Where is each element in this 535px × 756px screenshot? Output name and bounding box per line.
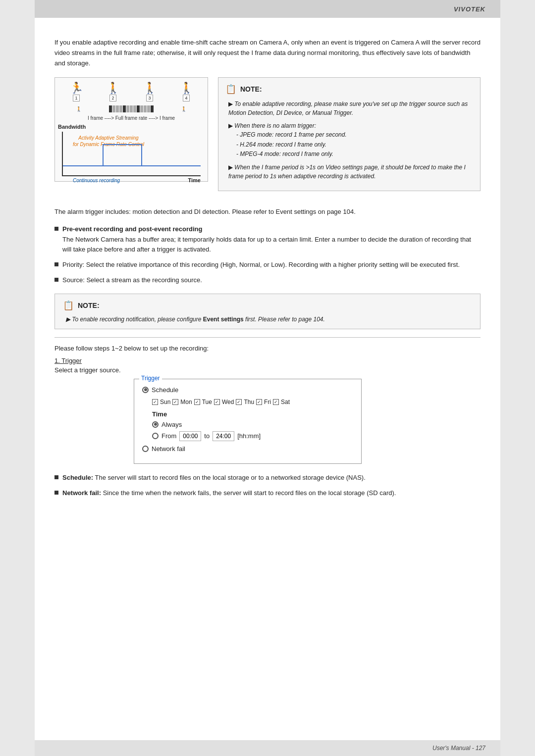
bullet-sq-0 (54, 227, 58, 231)
divider-1 (54, 337, 481, 338)
bullet-sq-2 (54, 278, 58, 282)
figure-icon-4: 🚶 (180, 83, 193, 94)
bullet-item-1: Priority: Select the relative importance… (54, 260, 481, 270)
always-radio[interactable] (152, 421, 159, 428)
trigger-box: Trigger Schedule Sun Mon Tue Wed (134, 379, 362, 464)
bullet-content-1: Priority: Select the relative importance… (62, 260, 481, 270)
bottom-bullet-content-0: Schedule: The server will start to recor… (62, 473, 481, 483)
note-sub: - JPEG mode: record 1 frame per second. … (236, 130, 473, 159)
bottom-bullet-sq-0 (54, 475, 58, 479)
bottom-bullet-sq-1 (54, 491, 58, 495)
bottom-bullet-0: Schedule: The server will start to recor… (54, 473, 481, 483)
bottom-bullet-1: Network fail: Since the time when the ne… (54, 488, 481, 499)
bullet-content-2: Source: Select a stream as the recording… (62, 275, 481, 286)
small-figure: 🚶 (76, 106, 82, 112)
schedule-radio[interactable] (142, 387, 149, 393)
day-thu: Thu (244, 399, 254, 405)
frames-label: I frame ----> Full frame rate ----> I fr… (58, 115, 205, 121)
small-figure-2: 🚶 (181, 106, 187, 112)
bottom-bullet-content-1: Network fail: Since the time when the ne… (62, 488, 481, 499)
chk-thu[interactable] (236, 399, 242, 405)
note-column: 📋 NOTE: To enable adaptive recording, pl… (218, 77, 481, 198)
figure-4: 🚶 4 (180, 83, 193, 101)
from-radio[interactable] (152, 433, 159, 439)
chk-mon[interactable] (172, 399, 178, 405)
bullet-sq-1 (54, 262, 58, 266)
step1-heading: 1. Trigger Select a trigger source. (54, 357, 481, 374)
note-box-1: 📋 NOTE: To enable adaptive recording, pl… (218, 77, 481, 191)
from-input[interactable] (179, 431, 201, 441)
schedule-radio-row[interactable]: Schedule (142, 386, 353, 394)
chk-sat[interactable] (273, 399, 279, 405)
always-label: Always (161, 421, 182, 428)
two-col-section: 🏃 1 🚶 2 🚶 3 🚶 4 (54, 77, 481, 198)
bullet-section: Pre-event recording and post-event recor… (54, 224, 481, 286)
note-box-2: 📋 NOTE: ▶ To enable recording notificati… (54, 294, 481, 329)
schedule-label: Schedule (152, 386, 178, 394)
bottom-bullets: Schedule: The server will start to recor… (54, 473, 481, 499)
note2-item: ▶ To enable recording notification, plea… (63, 316, 472, 323)
day-mon: Mon (180, 399, 192, 405)
chk-fri[interactable] (256, 399, 262, 405)
network-fail-label: Network fail (152, 445, 185, 453)
brand-label: VIVOTEK (454, 5, 485, 13)
time-label: Time (188, 177, 201, 183)
footer-bar: User's Manual - 127 (35, 740, 500, 756)
intro-paragraph: If you enable adaptive recording and ena… (54, 38, 481, 68)
note-item-2: When there is no alarm trigger: - JPEG m… (225, 121, 473, 159)
day-wed: Wed (222, 399, 234, 405)
day-sat: Sat (281, 399, 290, 405)
figure-icon-2: 🚶 (107, 83, 120, 94)
figure-icon-3: 🚶 (143, 83, 157, 94)
step1-text: Select a trigger source. (54, 366, 481, 374)
steps-intro: Please follow steps 1~2 below to set up … (54, 345, 481, 352)
days-row: Sun Mon Tue Wed Thu Fri Sat (152, 399, 353, 405)
from-label: From (161, 432, 176, 440)
note-title-1: 📋 NOTE: (225, 84, 473, 95)
alarm-text: The alarm trigger includes: motion detec… (54, 207, 481, 217)
continuous-label: Continuous recording (73, 178, 120, 183)
note-title-2: 📋 NOTE: (63, 300, 472, 311)
note-item-3: When the I frame period is >1s on Video … (225, 163, 473, 181)
footer-text: User's Manual - 127 (432, 745, 485, 752)
chart-area: Activity Adaptive Streamingfor Dynamic F… (62, 132, 201, 176)
day-sun: Sun (160, 399, 170, 405)
to-input[interactable] (213, 431, 234, 441)
step1-title: 1. Trigger (54, 357, 481, 364)
day-tue: Tue (202, 399, 212, 405)
chart-pulse (103, 144, 142, 166)
bullet-content-0: Pre-event recording and post-event recor… (62, 224, 481, 255)
diagram-box: 🏃 1 🚶 2 🚶 3 🚶 4 (54, 77, 208, 182)
chk-sun[interactable] (152, 399, 158, 405)
note-icon-1: 📋 (225, 84, 236, 95)
network-fail-row[interactable]: Network fail (142, 445, 353, 453)
diagram-column: 🏃 1 🚶 2 🚶 3 🚶 4 (54, 77, 208, 198)
bandwidth-label: Bandwidth (58, 124, 205, 130)
chk-tue[interactable] (194, 399, 200, 405)
note-item-1: To enable adaptive recording, please mak… (225, 100, 473, 117)
figure-icon-1: 🏃 (70, 83, 83, 94)
time-label: Time (152, 410, 353, 418)
chk-wed[interactable] (214, 399, 220, 405)
trigger-container: Trigger Schedule Sun Mon Tue Wed (134, 379, 362, 464)
always-row[interactable]: Always (152, 421, 353, 428)
trigger-box-title: Trigger (139, 375, 162, 382)
hhmm-label: [hh:mm] (237, 432, 261, 440)
figures-row: 🏃 1 🚶 2 🚶 3 🚶 4 (58, 81, 205, 102)
figure-3: 🚶 3 (143, 83, 157, 101)
figure-1: 🏃 1 (70, 83, 83, 101)
to-label: to (204, 432, 210, 440)
figure-2: 🚶 2 (107, 83, 120, 101)
network-fail-radio[interactable] (142, 446, 149, 452)
bullet-item-0: Pre-event recording and post-event recor… (54, 224, 481, 255)
note-icon-2: 📋 (63, 300, 74, 311)
header-bar: VIVOTEK (35, 0, 500, 18)
from-to-row[interactable]: From to [hh:mm] (152, 431, 353, 441)
time-section: Time Always From to [hh:mm] (152, 410, 353, 441)
day-fri: Fri (264, 399, 271, 405)
bullet-item-2: Source: Select a stream as the recording… (54, 275, 481, 286)
